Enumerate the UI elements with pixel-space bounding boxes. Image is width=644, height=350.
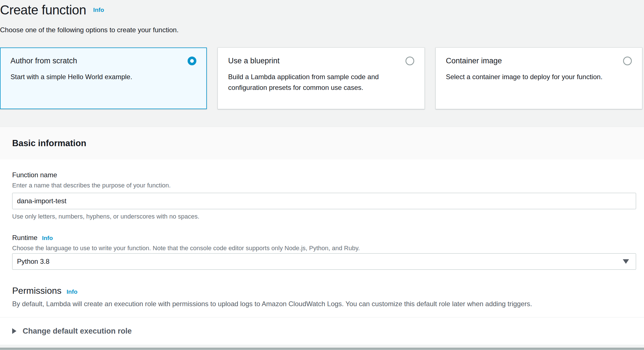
card-use-a-blueprint[interactable]: Use a blueprint Build a Lambda applicati… <box>218 47 424 109</box>
dropdown-caret-icon <box>623 259 629 264</box>
create-function-info-link[interactable]: Info <box>93 7 104 13</box>
function-name-label: Function name <box>12 171 636 179</box>
container-image-radio[interactable] <box>623 57 632 65</box>
basic-information-body: Function name Enter a name that describe… <box>0 159 644 317</box>
runtime-label-row: Runtime Info <box>12 234 636 242</box>
card-title: Author from scratch <box>10 56 77 66</box>
function-name-description: Enter a name that describes the purpose … <box>12 182 636 189</box>
function-name-input[interactable] <box>12 193 636 209</box>
card-title: Container image <box>446 56 502 66</box>
function-name-constraint: Use only letters, numbers, hyphens, or u… <box>12 213 636 221</box>
card-head: Container image <box>446 56 632 66</box>
runtime-field: Runtime Info Choose the language to use … <box>12 234 636 270</box>
card-description: Select a container image to deploy for y… <box>446 72 604 82</box>
permissions-heading: Permissions <box>12 286 61 296</box>
expand-arrow-icon <box>12 328 16 334</box>
bottom-divider <box>0 348 644 350</box>
card-description: Start with a simple Hello World example. <box>10 72 196 82</box>
card-head: Use a blueprint <box>228 56 414 66</box>
card-title: Use a blueprint <box>228 56 280 66</box>
permissions-section: Permissions Info By default, Lambda will… <box>12 286 636 308</box>
page-title-row: Create function Info <box>0 2 644 18</box>
page-title: Create function <box>0 3 86 17</box>
create-function-page: Create function Info Choose one of the f… <box>0 0 644 109</box>
basic-information-heading: Basic information <box>12 138 86 148</box>
expander-label: Change default execution role <box>23 327 132 336</box>
function-name-field: Function name Enter a name that describe… <box>12 171 636 221</box>
basic-information-panel: Basic information Function name Enter a … <box>0 127 644 345</box>
permissions-info-link[interactable]: Info <box>66 288 77 295</box>
card-container-image[interactable]: Container image Select a container image… <box>435 47 642 109</box>
runtime-description: Choose the language to use to write your… <box>12 244 636 252</box>
runtime-info-link[interactable]: Info <box>42 235 53 241</box>
change-default-execution-role-expander[interactable]: Change default execution role <box>0 317 644 345</box>
runtime-select[interactable]: Python 3.8 <box>12 253 636 270</box>
card-author-from-scratch[interactable]: Author from scratch Start with a simple … <box>0 47 207 109</box>
card-description: Build a Lambda application from sample c… <box>228 72 414 93</box>
permissions-description: By default, Lambda will create an execut… <box>12 300 636 308</box>
creation-option-cards: Author from scratch Start with a simple … <box>0 47 642 109</box>
runtime-selected-value: Python 3.8 <box>17 258 50 265</box>
card-head: Author from scratch <box>10 56 196 66</box>
runtime-label: Runtime <box>12 234 37 242</box>
use-a-blueprint-radio[interactable] <box>405 57 414 65</box>
permissions-heading-row: Permissions Info <box>12 286 636 296</box>
basic-information-header: Basic information <box>0 127 644 159</box>
page-subtitle: Choose one of the following options to c… <box>0 25 644 34</box>
author-from-scratch-radio[interactable] <box>188 57 196 65</box>
